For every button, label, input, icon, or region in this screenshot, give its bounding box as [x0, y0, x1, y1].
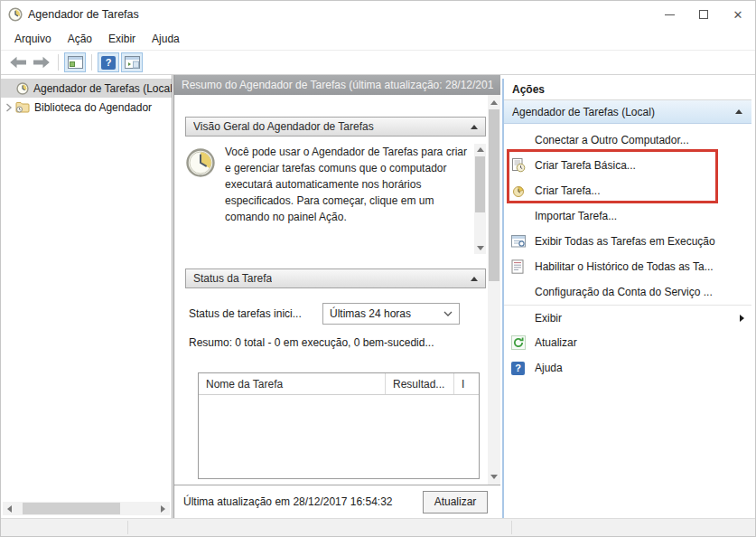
menu-arquivo[interactable]: Arquivo	[6, 30, 60, 48]
task-table-header: Nome da Tarefa Resultad... I	[199, 373, 479, 395]
actions-panel: Ações Agendador de Tarefas (Local) Conec…	[502, 79, 751, 518]
action-import-task[interactable]: Importar Tarefa...	[504, 203, 751, 229]
collapse-icon[interactable]	[735, 109, 742, 114]
task-status-filter-row: Status de tarefas inici... Últimas 24 ho…	[185, 303, 486, 325]
menu-acao[interactable]: Ação	[60, 30, 100, 48]
action-enable-task-history[interactable]: Habilitar o Histórico de Todas as Ta...	[504, 254, 751, 279]
task-status-section-title: Status da Tarefa	[193, 272, 272, 285]
actions-group-header[interactable]: Agendador de Tarefas (Local)	[504, 100, 751, 124]
scroll-right-icon[interactable]	[156, 502, 170, 515]
status-bar	[1, 518, 755, 536]
summary-panel-header: Resumo do Agendador de Tarefas (última a…	[174, 75, 500, 95]
summary-footer: Última atualização em 28/12/2017 16:54:3…	[174, 485, 500, 518]
summary-panel: Resumo do Agendador de Tarefas (última a…	[173, 75, 500, 518]
overview-text: Você pode usar o Agendador de Tarefas pa…	[225, 144, 474, 254]
chevron-down-icon	[443, 311, 453, 316]
action-create-basic-task[interactable]: Criar Tarefa Básica...	[504, 153, 751, 178]
clock-icon	[16, 82, 29, 95]
create-basic-task-icon	[511, 158, 535, 173]
column-start[interactable]: I	[453, 373, 479, 394]
last-update-text: Última atualização em 28/12/2017 16:54:3…	[183, 495, 393, 508]
tree-item-label: Agendador de Tarefas (Local)	[33, 82, 172, 95]
scrollbar-thumb[interactable]	[23, 503, 120, 514]
action-show-running-tasks[interactable]: Exibir Todas as Tarefas em Execução	[504, 229, 751, 254]
overview-scrollbar[interactable]	[474, 144, 486, 254]
tree-item-task-library[interactable]: Biblioteca do Agendador	[1, 98, 172, 117]
task-status-filter-label: Status de tarefas inici...	[189, 307, 322, 320]
scroll-down-icon[interactable]	[474, 242, 486, 254]
overview-section-header[interactable]: Visão Geral do Agendador de Tarefas	[185, 117, 486, 137]
console-tree-panel: Agendador de Tarefas (Local) Biblioteca …	[1, 75, 173, 518]
menu-bar: Arquivo Ação Exibir Ajuda	[1, 28, 755, 51]
task-history-icon	[511, 259, 535, 274]
console-tree-icon[interactable]	[64, 52, 86, 72]
scrollbar-thumb[interactable]	[475, 156, 485, 212]
toolbar-separator	[58, 54, 59, 71]
folder-clock-icon	[15, 101, 30, 113]
refresh-button[interactable]: Atualizar	[423, 491, 488, 513]
status-bar-separator	[127, 521, 128, 534]
overview-body: Você pode usar o Agendador de Tarefas pa…	[185, 144, 486, 254]
column-result[interactable]: Resultad...	[385, 373, 453, 394]
main-area: Agendador de Tarefas (Local) Biblioteca …	[1, 75, 755, 518]
task-table: Nome da Tarefa Resultad... I	[198, 372, 480, 479]
collapse-icon[interactable]	[471, 125, 478, 129]
action-create-task[interactable]: Criar Tarefa...	[504, 178, 751, 203]
app-window: Agendador de Tarefas ✕ Arquivo Ação Exib…	[0, 0, 756, 537]
action-view[interactable]: Exibir	[504, 305, 751, 330]
scroll-up-icon[interactable]	[488, 96, 500, 109]
time-range-value: Últimas 24 horas	[330, 307, 411, 320]
task-status-summary: Resumo: 0 total - 0 em execução, 0 bem-s…	[185, 336, 486, 349]
toolbar-separator	[91, 54, 92, 71]
summary-vertical-scrollbar[interactable]	[488, 95, 500, 485]
help-toolbar-icon[interactable]: ?	[98, 52, 119, 72]
action-refresh[interactable]: Atualizar	[504, 330, 751, 355]
summary-panel-body: Visão Geral do Agendador de Tarefas Você…	[174, 95, 488, 485]
actions-group-title: Agendador de Tarefas (Local)	[512, 106, 655, 118]
time-range-dropdown[interactable]: Últimas 24 horas	[322, 303, 460, 325]
menu-exibir[interactable]: Exibir	[100, 30, 144, 48]
menu-ajuda[interactable]: Ajuda	[144, 30, 188, 48]
minimize-icon[interactable]	[652, 1, 686, 28]
tree-item-task-scheduler-local[interactable]: Agendador de Tarefas (Local)	[1, 79, 172, 98]
tree-horizontal-scrollbar[interactable]	[3, 502, 170, 515]
title-bar: Agendador de Tarefas ✕	[1, 1, 755, 28]
panel-view-icon[interactable]	[121, 52, 143, 72]
close-icon[interactable]: ✕	[721, 1, 755, 28]
tree-item-label: Biblioteca do Agendador	[34, 101, 152, 114]
collapse-icon[interactable]	[471, 277, 478, 281]
task-status-section-header[interactable]: Status da Tarefa	[185, 268, 486, 288]
column-task-name[interactable]: Nome da Tarefa	[199, 378, 385, 391]
app-clock-icon	[8, 7, 23, 22]
action-help[interactable]: ? Ajuda	[504, 355, 751, 381]
window-title: Agendador de Tarefas	[28, 8, 139, 21]
toolbar: ?	[1, 51, 755, 75]
help-icon: ?	[511, 362, 535, 375]
action-service-account-config[interactable]: Configuração da Conta do Serviço ...	[504, 279, 751, 305]
running-tasks-icon	[511, 235, 535, 248]
forward-icon[interactable]	[31, 52, 52, 72]
refresh-icon	[511, 335, 535, 350]
status-bar-separator	[511, 521, 512, 534]
chevron-right-icon[interactable]	[5, 103, 14, 112]
scroll-left-icon[interactable]	[3, 502, 16, 515]
scroll-up-icon[interactable]	[474, 144, 486, 155]
create-task-icon	[511, 184, 535, 198]
action-connect-other-computer[interactable]: Conectar a Outro Computador...	[504, 127, 751, 153]
submenu-arrow-icon	[740, 315, 744, 322]
task-table-body-empty	[199, 395, 479, 478]
scroll-down-icon[interactable]	[488, 470, 500, 484]
actions-list: Conectar a Outro Computador... Criar Tar…	[504, 124, 751, 381]
scrollbar-thumb[interactable]	[489, 109, 499, 281]
overview-section-title: Visão Geral do Agendador de Tarefas	[193, 120, 374, 133]
window-controls: ✕	[652, 1, 755, 28]
maximize-icon[interactable]	[686, 1, 721, 28]
actions-panel-title: Ações	[504, 79, 751, 100]
scheduler-clock-icon	[185, 144, 225, 254]
back-icon[interactable]	[7, 52, 29, 72]
